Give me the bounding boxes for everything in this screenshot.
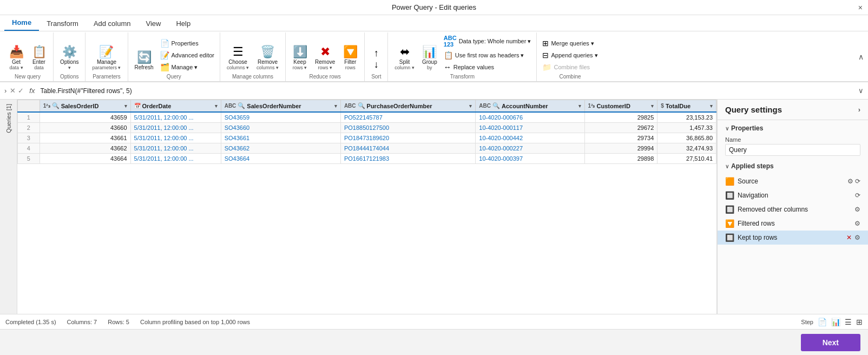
parameters-group-label: Parameters xyxy=(89,73,124,81)
status-icon-1[interactable]: 📄 xyxy=(818,318,827,326)
row-num: 3 xyxy=(18,133,40,143)
col-dropdown-purchaseordernumber[interactable]: ▾ xyxy=(469,103,472,109)
col-dropdown-salesorderid[interactable]: ▾ xyxy=(124,103,127,109)
col-label-orderdate: OrderDate xyxy=(142,103,172,109)
data-grid[interactable]: 1²₃ 🔍 SalesOrderID ▾ 📅 OrderDate ▾ xyxy=(17,100,716,314)
table-row[interactable]: 3 43661 5/31/2011, 12:00:00 ... SO43661 … xyxy=(18,133,716,143)
cell-salesorderid: 43661 xyxy=(40,133,130,143)
mergequeries-button[interactable]: ⊞ Merge queries ▾ xyxy=(540,38,600,49)
query-group-label: Query xyxy=(131,73,217,81)
tab-addcolumn[interactable]: Add column xyxy=(86,16,139,31)
col-purchaseordernumber[interactable]: ABC 🔍 PurchaseOrderNumber ▾ xyxy=(340,100,475,113)
status-icon-2[interactable]: 📊 xyxy=(831,318,840,326)
col-dropdown-accountnumber[interactable]: ▾ xyxy=(578,103,581,109)
col-accountnumber[interactable]: ABC 🔍 AccountNumber ▾ xyxy=(476,100,584,113)
status-icon-3[interactable]: ☰ xyxy=(845,318,852,326)
properties-button[interactable]: 📄 Properties xyxy=(158,38,217,49)
col-salesordernumber[interactable]: ABC 🔍 SalesOrderNumber ▾ xyxy=(221,100,340,113)
step-removedothercolumns[interactable]: 🔲 Removed other columns ⚙ xyxy=(718,202,868,216)
cancel-icon[interactable]: ✕ xyxy=(10,87,16,95)
table-row[interactable]: 4 43662 5/31/2011, 12:00:00 ... SO43662 … xyxy=(18,143,716,154)
getdata-icon: 📥 xyxy=(9,46,24,58)
status-icon-4[interactable]: ⊞ xyxy=(856,318,863,326)
manageparams-button[interactable]: 📝 Manage parameters ▾ xyxy=(89,44,124,73)
name-label: Name xyxy=(725,136,860,143)
enterdata-button[interactable]: 📋 Enter data xyxy=(28,44,50,73)
step-nav-navigation[interactable]: ⟳ xyxy=(855,192,860,199)
col-orderdate[interactable]: 📅 OrderDate ▾ xyxy=(130,100,221,113)
col-search-salesorderid: 🔍 xyxy=(52,102,60,109)
col-salesorderid[interactable]: 1²₃ 🔍 SalesOrderID ▾ xyxy=(40,100,130,113)
col-totaldue[interactable]: $ TotalDue ▾ xyxy=(657,100,716,113)
ribbon-group-newquery: 📥 Get data ▾ 📋 Enter data New query xyxy=(2,32,54,81)
properties-icon: 📄 xyxy=(160,39,169,48)
step-nav-source[interactable]: ⟳ xyxy=(855,178,860,185)
step-actions-removedothercolumns: ⚙ xyxy=(854,206,860,213)
col-search-accountnumber: 🔍 xyxy=(492,102,500,109)
queries-collapse-button[interactable]: › xyxy=(4,87,6,95)
tab-help[interactable]: Help xyxy=(168,16,198,31)
choosecolumns-button[interactable]: ☰ Choose columns ▾ xyxy=(223,44,252,73)
col-customerid[interactable]: 1²₃ CustomerID ▾ xyxy=(584,100,657,113)
table-row[interactable]: 2 43660 5/31/2011, 12:00:00 ... SO43660 … xyxy=(18,123,716,133)
filterrows-button[interactable]: 🔽 Filter rows xyxy=(339,44,361,73)
table-row[interactable]: 1 43659 5/31/2011, 12:00:00 ... SO43659 … xyxy=(18,112,716,123)
getdata-button[interactable]: 📥 Get data ▾ xyxy=(5,44,27,73)
combinefiles-button[interactable]: 📁 Combine files xyxy=(540,62,600,73)
query-settings-expand[interactable]: › xyxy=(858,106,860,114)
appendqueries-button[interactable]: ⊟ Append queries ▾ xyxy=(540,50,600,61)
col-dropdown-totaldue[interactable]: ▾ xyxy=(710,103,713,109)
refresh-button[interactable]: 🔄 Refresh xyxy=(131,49,157,73)
ribbon-collapse-icon: ∧ xyxy=(858,52,864,61)
properties-chevron: ∨ xyxy=(725,126,729,132)
tab-transform[interactable]: Transform xyxy=(39,16,86,31)
cell-accountnumber: 10-4020-000676 xyxy=(476,112,584,123)
replacevalues-button[interactable]: ↔ Replace values xyxy=(442,62,534,73)
col-dropdown-orderdate[interactable]: ▾ xyxy=(215,103,218,109)
formula-input[interactable] xyxy=(40,87,855,95)
replacevalues-icon: ↔ xyxy=(444,63,451,71)
status-rows: Rows: 5 xyxy=(108,319,129,325)
splitcolumn-button[interactable]: ⬌ Split column ▾ xyxy=(391,44,418,73)
step-kepttoprows[interactable]: 🔲 Kept top rows ✕⚙ xyxy=(718,231,868,245)
queries-label: Queries [1] xyxy=(3,100,14,137)
col-dropdown-salesordernumber[interactable]: ▾ xyxy=(334,103,337,109)
step-error-kepttoprows: ✕ xyxy=(846,234,852,241)
table-row[interactable]: 5 43664 5/31/2011, 12:00:00 ... SO43664 … xyxy=(18,154,716,164)
row-num: 5 xyxy=(18,154,40,164)
options-button[interactable]: ⚙️ Options ▾ xyxy=(57,44,82,73)
manage-button[interactable]: 🗂️ Manage ▾ xyxy=(158,62,217,73)
step-settings-removedothercolumns[interactable]: ⚙ xyxy=(854,206,860,213)
properties-section: ∨ Properties xyxy=(718,120,868,134)
keeprows-button[interactable]: ⬇️ Keep rows ▾ xyxy=(289,44,311,73)
advancededitor-button[interactable]: 📝 Advanced editor xyxy=(158,50,217,61)
step-settings-kepttoprows[interactable]: ⚙ xyxy=(854,234,860,241)
step-settings-source[interactable]: ⚙ xyxy=(847,178,853,185)
step-navigation[interactable]: 🔲 Navigation ⟳ xyxy=(718,188,868,202)
close-button[interactable]: × xyxy=(858,3,863,12)
step-settings-filteredrows[interactable]: ⚙ xyxy=(854,220,860,227)
groupby-button[interactable]: 📊 Group by xyxy=(419,44,440,73)
confirm-icon[interactable]: ✓ xyxy=(18,87,24,95)
tab-home[interactable]: Home xyxy=(4,15,39,31)
name-input[interactable] xyxy=(725,144,860,156)
sortasc-button[interactable]: ↑↓ xyxy=(368,45,384,73)
firstrowheaders-icon: 📋 xyxy=(444,51,453,60)
ribbon-collapse-button[interactable]: ∧ xyxy=(856,32,866,81)
removerows-button[interactable]: ✖ Remove rows ▾ xyxy=(312,44,338,73)
col-dropdown-customerid[interactable]: ▾ xyxy=(651,103,654,109)
firstrowheaders-button[interactable]: 📋 Use first row as headers ▾ xyxy=(442,50,534,61)
tab-view[interactable]: View xyxy=(139,16,169,31)
removecolumns-button[interactable]: 🗑️ Remove columns ▾ xyxy=(253,44,282,73)
formula-bar: › ✕ ✓ fx ∨ xyxy=(0,82,868,100)
step-source[interactable]: 🟧 Source ⚙⟳ xyxy=(718,174,868,188)
cell-salesorderid: 43662 xyxy=(40,143,130,154)
step-filteredrows[interactable]: 🔽 Filtered rows ⚙ xyxy=(718,216,868,231)
next-button[interactable]: Next xyxy=(801,334,860,351)
properties-label: Properties xyxy=(731,124,763,132)
queries-panel[interactable]: Queries [1] xyxy=(0,100,17,314)
formula-expand-button[interactable]: ∨ xyxy=(858,87,864,95)
combine-group-label: Combine xyxy=(540,73,600,81)
query-settings-title: Query settings xyxy=(725,105,782,114)
datatype-button[interactable]: ABC123 Data type: Whole number ▾ xyxy=(442,34,534,49)
